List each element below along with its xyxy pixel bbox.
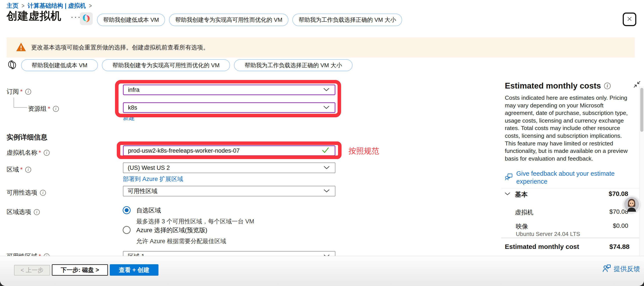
radio-description: 最多选择 3 个可用性区域，每个区域一台 VM — [136, 217, 254, 225]
chevron-down-icon — [323, 104, 330, 111]
info-icon[interactable]: i — [40, 190, 46, 196]
zone-option-azure-select: Azure 选择的区域(预览版) 允许 Azure 根据需要分配最佳区域 — [123, 226, 226, 245]
more-menu-button[interactable]: ··· — [71, 12, 81, 22]
resource-group-label: 资源组* i — [28, 105, 59, 113]
required-asterisk: * — [39, 149, 41, 156]
warning-banner: 更改基本选项可能会重置所做的选择。创建虚拟机前查看所有选项。 — [6, 37, 635, 58]
total-cost-label: Estimated monthly cost — [505, 243, 579, 250]
availability-options-label: 可用性选项 i — [6, 188, 46, 197]
cost-item-name: 映像 — [516, 222, 528, 231]
radio-label[interactable]: Azure 选择的区域(预览版) — [136, 226, 226, 234]
vm-name-input[interactable] — [128, 147, 321, 154]
info-icon[interactable]: i — [25, 167, 31, 173]
field-connector-line — [14, 107, 27, 108]
instance-details-heading: 实例详细信息 — [6, 133, 48, 142]
radio-description: 允许 Azure 根据需要分配最佳区域 — [136, 237, 226, 245]
ai-low-cost-vm-button-2[interactable]: 帮助我创建低成本 VM — [21, 59, 98, 71]
breadcrumb: 主页 > 计算基础结构 | 虚拟机 > — [6, 2, 92, 10]
valid-check-icon — [322, 147, 330, 155]
radio-dot — [125, 208, 128, 212]
ai-high-availability-button[interactable]: 帮助我创建专为实现高可用性而优化的 VM — [169, 14, 288, 26]
subscription-dropdown[interactable]: infra — [123, 85, 336, 95]
cost-group-amount: $70.08 — [571, 190, 628, 197]
copilot-outline-icon — [7, 60, 17, 71]
required-asterisk: * — [20, 166, 22, 173]
warning-icon — [16, 42, 26, 53]
breadcrumb-separator-icon: > — [89, 2, 92, 10]
zone-options-label: 区域选项 i — [6, 208, 40, 216]
give-feedback-link[interactable]: 提供反馈 — [602, 264, 640, 274]
scrollbar-thumb[interactable] — [640, 88, 643, 132]
annotation-text: 按照规范 — [348, 146, 379, 156]
azure-extended-zones-link[interactable]: 部署到 Azure 扩展区域 — [123, 175, 183, 183]
region-dropdown[interactable]: (US) West US 2 — [123, 163, 336, 173]
cost-item-name: 虚拟机 — [515, 208, 533, 217]
cost-panel-description: Costs indicated here are estimates only.… — [505, 94, 632, 162]
assistant-avatar[interactable] — [623, 196, 640, 213]
cost-group-name[interactable]: 基本 — [515, 190, 528, 199]
info-icon[interactable]: i — [604, 83, 611, 89]
cost-item-amount: $0.00 — [571, 222, 628, 229]
cost-item-subtext: Ubuntu Server 24.04 LTS — [516, 231, 580, 237]
region-label: 区域* i — [6, 165, 31, 174]
required-asterisk: * — [20, 88, 22, 95]
radio-unselected[interactable] — [123, 226, 130, 234]
ai-high-availability-button-2[interactable]: 帮助我创建专为实现高可用性而优化的 VM — [102, 59, 230, 71]
feedback-bubbles-icon — [505, 173, 513, 185]
field-connector-line — [14, 98, 14, 108]
copilot-icon — [82, 14, 91, 24]
ai-suggestions-row-top: 帮助我创建低成本 VM 帮助我创建专为实现高可用性而优化的 VM 帮助我为工作负… — [97, 14, 402, 26]
next-step-disks-button[interactable]: 下一步: 磁盘 > — [52, 264, 108, 276]
availability-options-dropdown[interactable]: 可用性区域 — [123, 186, 336, 196]
subscription-label: 订阅* i — [6, 87, 31, 96]
chevron-down-icon — [323, 165, 330, 171]
page-title: 创建虚拟机 — [6, 9, 62, 23]
review-create-button[interactable]: 查看 + 创建 — [110, 264, 158, 276]
radio-label[interactable]: 自选区域 — [136, 206, 254, 215]
chevron-down-icon — [323, 188, 330, 195]
close-button[interactable] — [623, 13, 636, 26]
estimate-feedback-link[interactable]: Give feedback about your estimate experi… — [505, 170, 629, 185]
ai-suggestions-row-secondary: 帮助我创建低成本 VM 帮助我创建专为实现高可用性而优化的 VM 帮助我为工作负… — [7, 59, 352, 71]
cost-panel-title: Estimated monthly costs i — [505, 81, 611, 91]
person-feedback-icon — [602, 264, 611, 274]
close-icon — [626, 15, 633, 23]
create-new-resource-group-link[interactable]: 新建 — [123, 114, 135, 122]
total-cost-amount: $74.88 — [572, 243, 630, 250]
chevron-down-icon — [323, 87, 330, 93]
ai-right-size-button[interactable]: 帮助我为工作负载选择正确的 VM 大小 — [292, 14, 402, 26]
cost-item-amount: $70.08 — [571, 208, 628, 215]
chevron-down-icon[interactable] — [504, 192, 510, 197]
info-icon[interactable]: i — [25, 89, 31, 95]
info-icon[interactable]: i — [53, 106, 59, 112]
info-icon[interactable]: i — [34, 209, 40, 215]
breadcrumb-separator-icon: > — [22, 2, 24, 10]
info-icon[interactable]: i — [44, 150, 50, 156]
breadcrumb-vm-link[interactable]: 计算基础结构 | 虚拟机 — [28, 2, 86, 10]
footer-bar: < 上一步 下一步: 磁盘 > 查看 + 创建 提供反馈 — [0, 256, 644, 286]
warning-banner-text: 更改基本选项可能会重置所做的选择。创建虚拟机前查看所有选项。 — [31, 44, 209, 51]
resource-group-dropdown[interactable]: k8s — [123, 102, 336, 113]
zone-option-self-select: 自选区域 最多选择 3 个可用性区域，每个区域一台 VM — [123, 206, 254, 225]
divider — [501, 188, 639, 188]
copilot-button[interactable] — [80, 12, 93, 25]
vm-name-field-wrap — [123, 145, 336, 156]
ai-right-size-button-2[interactable]: 帮助我为工作负载选择正确的 VM 大小 — [234, 59, 352, 71]
required-asterisk: * — [48, 105, 50, 112]
radio-selected[interactable] — [123, 206, 130, 214]
ai-low-cost-vm-button[interactable]: 帮助我创建低成本 VM — [97, 14, 165, 26]
divider — [501, 238, 639, 238]
breadcrumb-home-link[interactable]: 主页 — [6, 2, 18, 10]
create-vm-page: 主页 > 计算基础结构 | 虚拟机 > 创建虚拟机 ··· 帮助 — [0, 0, 644, 286]
previous-step-button[interactable]: < 上一步 — [14, 265, 50, 275]
vm-name-label: 虚拟机名称* i — [6, 148, 50, 157]
